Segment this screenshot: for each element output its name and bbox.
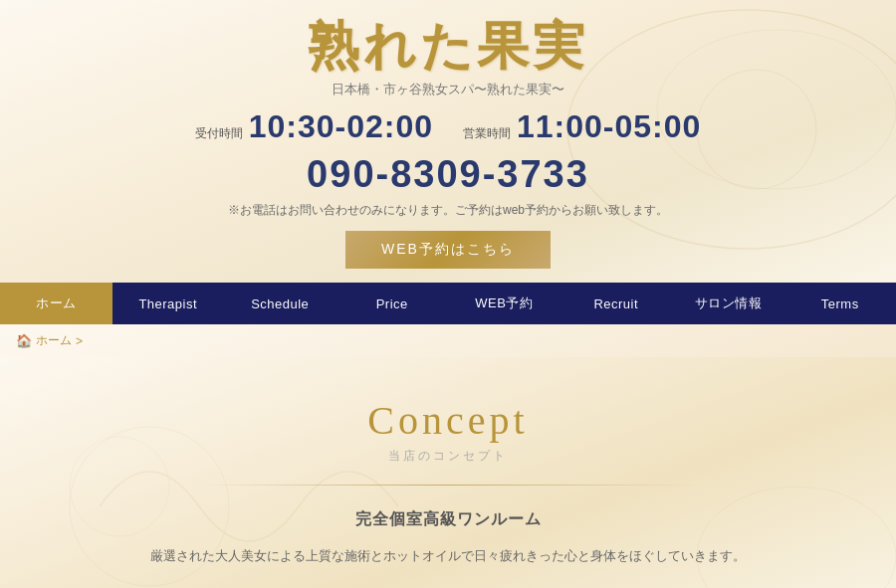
reception-block: 受付時間 10:30-02:00	[195, 108, 433, 145]
nav-bar: ホーム Therapist Schedule Price WEB予約 Recru…	[0, 283, 896, 324]
reception-label: 受付時間	[195, 125, 243, 142]
nav-item-therapist[interactable]: Therapist	[112, 283, 225, 324]
phone-note: ※お電話はお問い合わせのみになります。ご予約はweb予約からお願い致します。	[20, 202, 876, 219]
breadcrumb-home[interactable]: ホーム	[36, 332, 72, 349]
reception-hours: 10:30-02:00	[249, 108, 433, 145]
hours-row: 受付時間 10:30-02:00 営業時間 11:00-05:00	[20, 108, 876, 145]
nav-item-recruit[interactable]: Recruit	[560, 283, 673, 324]
breadcrumb: 🏠 ホーム >	[0, 324, 896, 357]
concept-heading: 完全個室高級ワンルーム	[20, 509, 876, 530]
site-title: 熟れた果実	[20, 18, 876, 75]
breadcrumb-separator: >	[76, 334, 83, 348]
concept-divider	[199, 485, 697, 486]
nav-item-home[interactable]: ホーム	[0, 283, 112, 324]
nav-item-terms[interactable]: Terms	[784, 283, 897, 324]
header-section: 熟れた果実 日本橋・市ヶ谷熟女スパ〜熟れた果実〜 受付時間 10:30-02:0…	[0, 0, 896, 283]
page-wrapper: 熟れた果実 日本橋・市ヶ谷熟女スパ〜熟れた果実〜 受付時間 10:30-02:0…	[0, 0, 896, 588]
nav-item-salon[interactable]: サロン情報	[672, 283, 784, 324]
concept-body: 厳選された大人美女による上質な施術とホットオイルで日々疲れきった心と身体をほぐし…	[100, 544, 796, 569]
nav-item-price[interactable]: Price	[336, 283, 449, 324]
nav-item-web-booking[interactable]: WEB予約	[448, 283, 560, 324]
business-block: 営業時間 11:00-05:00	[463, 108, 701, 145]
main-content: Concept 当店のコンセプト 完全個室高級ワンルーム 厳選された大人美女によ…	[0, 357, 896, 588]
business-hours: 11:00-05:00	[517, 108, 701, 145]
phone-number: 090-8309-3733	[20, 153, 876, 196]
web-booking-button[interactable]: WEB予約はこちら	[345, 231, 551, 269]
home-icon: 🏠	[16, 333, 32, 348]
concept-subtitle: 当店のコンセプト	[20, 448, 876, 465]
business-label: 営業時間	[463, 125, 511, 142]
concept-title: Concept	[20, 397, 876, 444]
nav-item-schedule[interactable]: Schedule	[224, 283, 336, 324]
site-subtitle: 日本橋・市ヶ谷熟女スパ〜熟れた果実〜	[20, 81, 876, 98]
